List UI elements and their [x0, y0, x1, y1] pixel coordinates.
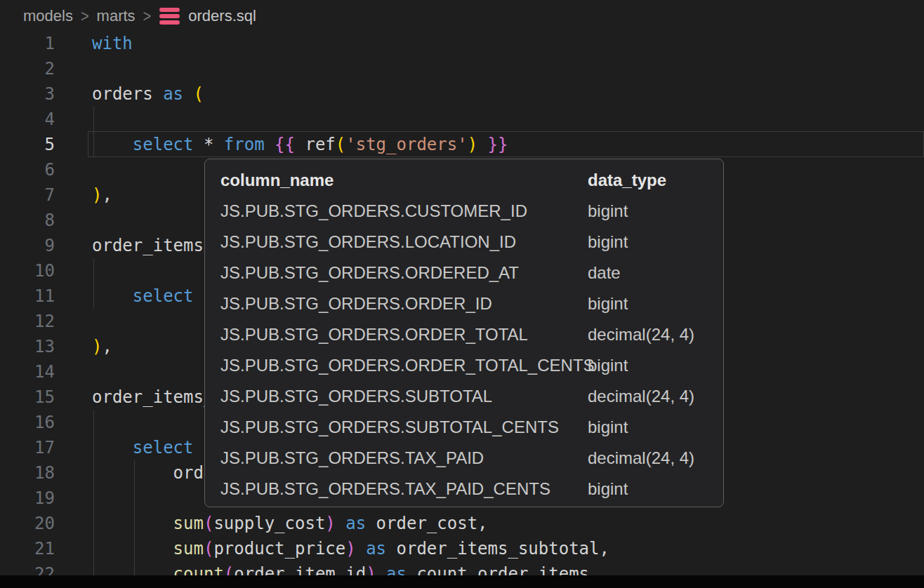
line-number: 15: [0, 385, 55, 410]
code-line[interactable]: 21 sum(product_price) as order_items_sub…: [0, 536, 924, 561]
line-number: 16: [0, 410, 55, 435]
column-row: JS.PUB.STG_ORDERS.ORDER_IDbigint: [205, 288, 723, 319]
column-row: JS.PUB.STG_ORDERS.TAX_PAIDdecimal(24, 4): [205, 443, 723, 474]
column-name-cell: JS.PUB.STG_ORDERS.ORDER_TOTAL_CENTS: [220, 350, 595, 381]
editor-window: models > marts > orders.sql 1with23order…: [0, 0, 924, 588]
column-name-cell: JS.PUB.STG_ORDERS.ORDER_TOTAL: [220, 319, 528, 350]
column-row: JS.PUB.STG_ORDERS.ORDERED_ATdate: [205, 258, 723, 288]
panel-edge: [0, 575, 924, 588]
code-line[interactable]: 2: [0, 56, 924, 81]
data-type-cell: bigint: [588, 196, 628, 227]
data-type-cell: bigint: [588, 227, 628, 258]
code-text: ),: [55, 182, 112, 208]
data-type-cell: bigint: [588, 412, 628, 443]
code-line[interactable]: 3orders as (: [0, 81, 924, 107]
line-number: 20: [0, 511, 55, 536]
line-number: 21: [0, 536, 55, 561]
code-line[interactable]: 4: [0, 107, 924, 132]
line-number: 3: [0, 81, 55, 107]
column-row: JS.PUB.STG_ORDERS.ORDER_TOTALdecimal(24,…: [205, 319, 723, 350]
code-text: select * from {{ ref('stg_orders') }}: [55, 132, 508, 157]
data-type-cell: decimal(24, 4): [588, 443, 694, 474]
column-name-cell: JS.PUB.STG_ORDERS.CUSTOMER_ID: [220, 196, 527, 227]
data-type-cell: bigint: [588, 474, 628, 505]
line-number: 10: [0, 258, 55, 283]
breadcrumb: models > marts > orders.sql: [0, 0, 924, 32]
code-text: select: [55, 435, 194, 460]
line-number: 19: [0, 486, 55, 511]
line-number: 12: [0, 309, 55, 334]
line-number: 5: [0, 132, 55, 157]
line-number: 17: [0, 435, 55, 460]
line-number: 1: [0, 31, 55, 56]
breadcrumb-item-marts[interactable]: marts: [97, 7, 136, 25]
line-number: 6: [0, 157, 55, 182]
breadcrumb-item-models[interactable]: models: [23, 7, 73, 25]
popup-header-row: column_name data_type: [205, 165, 723, 196]
data-type-cell: bigint: [588, 350, 628, 381]
line-number: 18: [0, 460, 55, 486]
column-name-cell: JS.PUB.STG_ORDERS.TAX_PAID: [220, 443, 484, 474]
column-name-cell: JS.PUB.STG_ORDERS.LOCATION_ID: [220, 227, 516, 258]
column-name-cell: JS.PUB.STG_ORDERS.TAX_PAID_CENTS: [220, 474, 550, 505]
chevron-right-icon: >: [81, 7, 89, 25]
line-number: 9: [0, 233, 55, 258]
line-number: 14: [0, 359, 55, 385]
data-type-cell: bigint: [588, 288, 628, 319]
line-number: 8: [0, 208, 55, 233]
line-number: 13: [0, 334, 55, 359]
code-text: ),: [55, 334, 112, 359]
code-line[interactable]: 1with: [0, 31, 924, 56]
column-row: JS.PUB.STG_ORDERS.ORDER_TOTAL_CENTSbigin…: [205, 350, 723, 381]
column-name-cell: JS.PUB.STG_ORDERS.SUBTOTAL_CENTS: [220, 412, 559, 443]
column-row: JS.PUB.STG_ORDERS.SUBTOTAL_CENTSbigint: [205, 412, 723, 443]
code-line[interactable]: 5 select * from {{ ref('stg_orders') }}: [0, 132, 924, 157]
line-number: 4: [0, 107, 55, 132]
column-info-popup: column_name data_type JS.PUB.STG_ORDERS.…: [204, 159, 724, 507]
code-text: sum(supply_cost) as order_cost,: [55, 511, 488, 536]
popup-header-data-type: data_type: [588, 165, 666, 196]
breadcrumb-item-file[interactable]: orders.sql: [188, 7, 256, 25]
chevron-right-icon: >: [143, 7, 152, 25]
column-row: JS.PUB.STG_ORDERS.TAX_PAID_CENTSbigint: [205, 474, 723, 505]
line-number: 11: [0, 283, 55, 309]
code-line[interactable]: 20 sum(supply_cost) as order_cost,: [0, 511, 924, 536]
data-type-cell: decimal(24, 4): [588, 319, 694, 350]
column-name-cell: JS.PUB.STG_ORDERS.SUBTOTAL: [220, 381, 492, 412]
column-row: JS.PUB.STG_ORDERS.SUBTOTALdecimal(24, 4): [205, 381, 723, 412]
data-type-cell: date: [588, 258, 621, 288]
line-number: 7: [0, 182, 55, 208]
code-text: orders as (: [55, 81, 204, 107]
column-name-cell: JS.PUB.STG_ORDERS.ORDER_ID: [220, 288, 492, 319]
database-icon: [159, 8, 180, 25]
column-row: JS.PUB.STG_ORDERS.CUSTOMER_IDbigint: [205, 196, 723, 227]
code-text: sum(product_price) as order_items_subtot…: [55, 536, 609, 561]
data-type-cell: decimal(24, 4): [588, 381, 694, 412]
column-name-cell: JS.PUB.STG_ORDERS.ORDERED_AT: [220, 258, 519, 288]
popup-header-column-name: column_name: [220, 165, 334, 196]
line-number: 2: [0, 56, 55, 81]
column-row: JS.PUB.STG_ORDERS.LOCATION_IDbigint: [205, 227, 723, 258]
code-text: with: [55, 31, 133, 56]
